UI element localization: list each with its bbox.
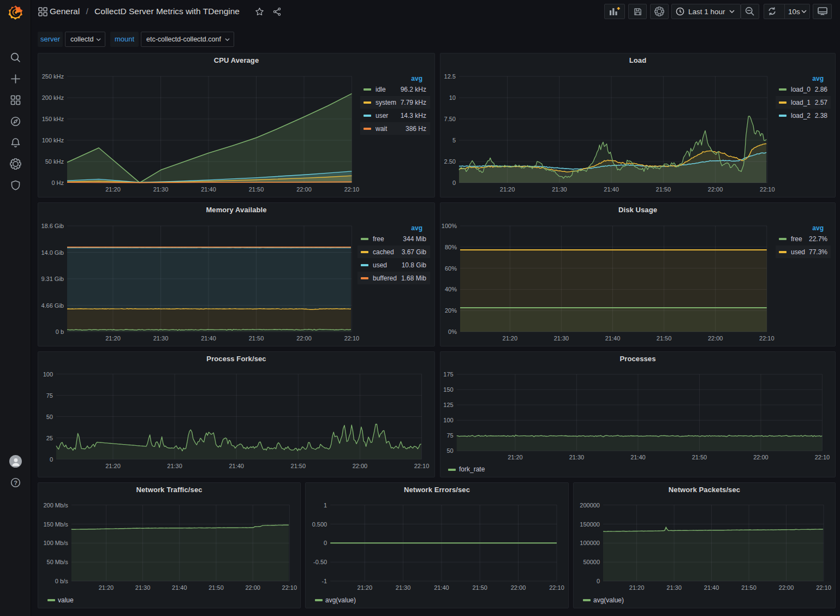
svg-text:0: 0 (324, 540, 327, 546)
svg-text:21:30: 21:30 (135, 584, 151, 591)
svg-text:4.66 Gib: 4.66 Gib (41, 302, 64, 309)
svg-text:21:20: 21:20 (500, 186, 515, 193)
svg-text:21:50: 21:50 (657, 335, 672, 342)
svg-text:22:10: 22:10 (344, 186, 360, 193)
svg-text:80%: 80% (445, 244, 457, 250)
svg-text:21:20: 21:20 (99, 584, 114, 591)
svg-text:22:10: 22:10 (282, 584, 297, 591)
svg-text:21:30: 21:30 (153, 335, 169, 342)
svg-text:?: ? (14, 480, 17, 486)
svg-text:0.500: 0.500 (312, 521, 327, 528)
svg-text:21:40: 21:40 (434, 584, 449, 591)
svg-text:250 kHz: 250 kHz (42, 73, 64, 80)
svg-text:100 Mb/s: 100 Mb/s (43, 540, 68, 546)
svg-text:75: 75 (46, 392, 53, 399)
svg-text:22:10: 22:10 (815, 454, 830, 460)
svg-text:21:50: 21:50 (472, 584, 487, 591)
svg-text:75: 75 (446, 432, 453, 439)
svg-text:21:30: 21:30 (396, 584, 411, 591)
svg-text:22:00: 22:00 (296, 186, 312, 193)
svg-text:22:00: 22:00 (511, 584, 526, 591)
svg-text:25: 25 (46, 435, 53, 441)
svg-text:21:30: 21:30 (569, 454, 585, 460)
svg-text:100: 100 (43, 371, 53, 378)
svg-text:100: 100 (443, 417, 453, 423)
svg-text:21:30: 21:30 (153, 186, 169, 193)
svg-text:125: 125 (443, 402, 453, 408)
svg-text:21:50: 21:50 (249, 335, 264, 342)
svg-text:21:50: 21:50 (249, 186, 264, 193)
svg-text:18.6 Gib: 18.6 Gib (41, 223, 64, 229)
svg-text:1: 1 (324, 502, 327, 509)
svg-text:21:20: 21:20 (629, 584, 645, 591)
svg-text:21:40: 21:40 (604, 186, 619, 193)
svg-text:21:20: 21:20 (503, 335, 518, 342)
svg-text:100%: 100% (442, 223, 457, 229)
svg-text:22:00: 22:00 (779, 584, 794, 591)
svg-text:21:40: 21:40 (201, 186, 216, 193)
svg-text:22:10: 22:10 (414, 463, 430, 469)
svg-text:0 b: 0 b (56, 328, 64, 335)
svg-text:0 b/s: 0 b/s (55, 578, 68, 584)
svg-text:21:30: 21:30 (167, 463, 182, 469)
svg-text:21:20: 21:20 (105, 463, 121, 469)
svg-text:21:40: 21:40 (172, 584, 187, 591)
svg-text:22:00: 22:00 (708, 186, 723, 193)
svg-text:22:10: 22:10 (760, 186, 775, 193)
svg-text:0 Hz: 0 Hz (51, 180, 64, 186)
svg-text:21:40: 21:40 (630, 454, 646, 460)
svg-text:9.31 Gib: 9.31 Gib (41, 276, 64, 282)
svg-text:50 Mb/s: 50 Mb/s (47, 559, 69, 565)
svg-text:21:40: 21:40 (229, 463, 244, 469)
svg-text:14.0 Gib: 14.0 Gib (41, 249, 64, 256)
svg-text:21:30: 21:30 (666, 584, 682, 591)
svg-text:21:20: 21:20 (508, 454, 523, 460)
svg-text:200 kHz: 200 kHz (42, 94, 64, 101)
svg-text:150 kHz: 150 kHz (42, 116, 64, 122)
svg-text:21:40: 21:40 (704, 584, 719, 591)
svg-text:150: 150 (443, 386, 453, 393)
svg-text:22:10: 22:10 (816, 584, 831, 591)
svg-text:22:00: 22:00 (353, 463, 368, 469)
svg-text:21:40: 21:40 (201, 335, 216, 342)
svg-text:0%: 0% (448, 328, 457, 335)
svg-text:5: 5 (452, 137, 456, 143)
svg-text:7.50: 7.50 (444, 116, 456, 122)
svg-text:175: 175 (443, 371, 453, 378)
svg-text:21:50: 21:50 (656, 186, 671, 193)
svg-text:50: 50 (446, 447, 453, 454)
svg-text:21:50: 21:50 (208, 584, 224, 591)
svg-text:12.5: 12.5 (444, 73, 456, 80)
svg-text:-0.50: -0.50 (313, 559, 327, 565)
svg-text:10: 10 (449, 94, 456, 101)
svg-text:200 Mb/s: 200 Mb/s (43, 502, 68, 509)
svg-text:22:00: 22:00 (708, 335, 723, 342)
svg-text:60%: 60% (445, 265, 457, 272)
svg-text:21:30: 21:30 (552, 186, 567, 193)
svg-text:21:50: 21:50 (692, 454, 707, 460)
svg-text:100000: 100000 (580, 540, 600, 546)
svg-text:0: 0 (597, 578, 600, 584)
svg-text:2.50: 2.50 (444, 158, 456, 165)
svg-text:-1: -1 (321, 578, 327, 584)
svg-text:100 kHz: 100 kHz (42, 137, 64, 143)
svg-text:200000: 200000 (580, 502, 600, 509)
svg-text:20%: 20% (445, 307, 457, 314)
svg-text:50000: 50000 (583, 559, 600, 565)
svg-text:0: 0 (452, 180, 456, 186)
svg-text:22:10: 22:10 (344, 335, 360, 342)
svg-text:22:00: 22:00 (245, 584, 260, 591)
svg-text:21:20: 21:20 (105, 186, 121, 193)
svg-text:0: 0 (50, 456, 53, 463)
svg-text:21:30: 21:30 (554, 335, 569, 342)
svg-text:22:00: 22:00 (296, 335, 312, 342)
svg-text:21:20: 21:20 (358, 584, 373, 591)
svg-text:22:00: 22:00 (753, 454, 768, 460)
svg-text:40%: 40% (445, 286, 457, 292)
svg-text:21:50: 21:50 (741, 584, 756, 591)
svg-text:22:10: 22:10 (549, 584, 564, 591)
svg-text:150000: 150000 (580, 521, 600, 528)
svg-text:22:10: 22:10 (759, 335, 775, 342)
svg-text:150 Mb/s: 150 Mb/s (43, 521, 68, 528)
svg-text:50: 50 (46, 414, 53, 420)
